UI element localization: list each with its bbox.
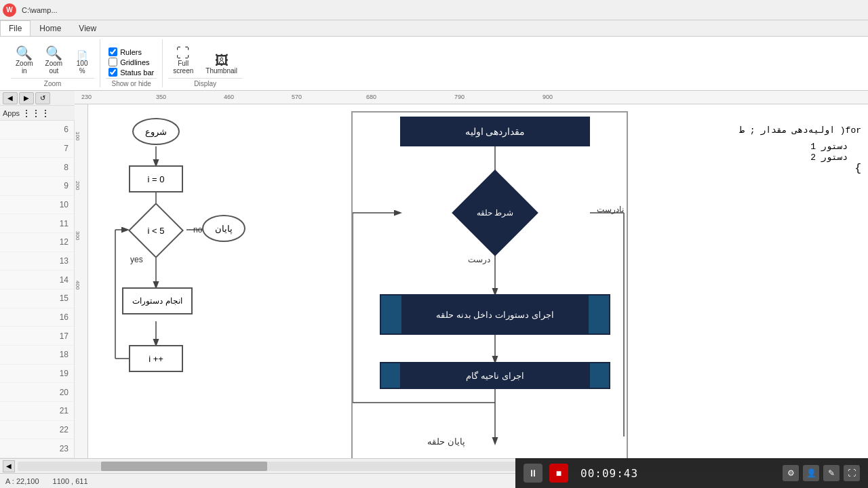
apps-label: Apps: [3, 109, 20, 117]
ribbon-tabs: File Home View: [0, 20, 868, 37]
video-icon-group: ⚙ 👤 ✎ ⛶: [783, 465, 860, 481]
rulers-checkbox[interactable]: [108, 47, 117, 56]
ribbon-group-display: ⛶ Full screen 🖼 Thumbnail Display: [163, 39, 248, 87]
zoom-out-icon: 🔍: [45, 46, 62, 60]
code-line-3: دستور 2: [712, 152, 848, 163]
scrollbar-thumb: [101, 462, 268, 471]
show-hide-checks: Rulers Gridlines Status bar: [106, 47, 157, 77]
fc-no-label: no: [193, 225, 202, 235]
ruler-mark-460: 460: [224, 94, 234, 100]
tab-home[interactable]: Home: [31, 20, 70, 36]
line-18: 18: [0, 346, 74, 365]
statusbar-checkbox[interactable]: [108, 68, 117, 77]
ruler-horizontal: 230 350 460 570 680 790 900: [75, 91, 868, 104]
video-settings-icon[interactable]: ⚙: [783, 465, 799, 481]
app-icon: W: [3, 3, 16, 17]
video-more-icon[interactable]: ✎: [823, 465, 840, 481]
line-21: 21: [0, 402, 74, 421]
scroll-left-button[interactable]: ◀: [3, 460, 15, 472]
line-14: 14: [0, 270, 74, 289]
code-brace: }: [712, 163, 861, 175]
left-sidebar: ◀ ▶ ↺ Apps ⋮⋮⋮ 6 7 8 9 10 11 12 13: [0, 91, 75, 458]
fc-init-rect: i = 0: [129, 165, 183, 192]
fc-right-init: مقداردهی اولیه: [400, 117, 590, 146]
gridlines-checkbox[interactable]: [108, 58, 117, 66]
line-23: 23: [0, 439, 74, 458]
fc-right-condition-wrapper: شرط حلقه: [402, 179, 588, 247]
line-17: 17: [0, 327, 74, 346]
statusbar-check[interactable]: Status bar: [108, 68, 154, 77]
ruler-mark-350: 350: [156, 94, 166, 100]
fc-yes-label: yes: [130, 255, 143, 264]
ruler-mark-570: 570: [292, 94, 302, 100]
line-10: 10: [0, 196, 74, 215]
ruler-mark-230: 230: [81, 94, 92, 100]
fc-right-step: اجرای ناحیه گام: [380, 362, 610, 389]
fc-condition-diamond: i < 5: [128, 203, 184, 258]
line-12: 12: [0, 233, 74, 252]
line-11: 11: [0, 214, 74, 233]
fullscreen-button[interactable]: ⛶ Full screen: [168, 44, 198, 77]
line-15: 15: [0, 289, 74, 308]
status-coords: 1100 , 611: [53, 477, 88, 485]
line-20: 20: [0, 383, 74, 402]
line-6: 6: [0, 121, 74, 140]
zoom-100-icon: 📄: [77, 51, 87, 60]
line-7: 7: [0, 140, 74, 159]
video-fullscreen-icon[interactable]: ⛶: [844, 465, 860, 481]
zoom-out-button[interactable]: 🔍 Zoom out: [41, 44, 68, 77]
zoom-in-button[interactable]: 🔍 Zoom in: [11, 44, 38, 77]
zoom-100-button[interactable]: 📄 100 %: [70, 49, 94, 77]
fc-instructions-rect: انجام دستورات: [122, 287, 193, 314]
line-22: 22: [0, 421, 74, 440]
canvas-content: شروع i = 0 i < 5 no yes پا: [88, 104, 868, 458]
fc-right-border-box: [351, 111, 628, 458]
video-user-icon[interactable]: 👤: [803, 465, 819, 481]
fc-increment-rect: i ++: [129, 345, 183, 372]
line-13: 13: [0, 252, 74, 271]
fc-start-oval: شروع: [132, 118, 180, 145]
title-bar: W C:\wamp...: [0, 0, 868, 20]
thumbnail-icon: 🖼: [215, 54, 229, 67]
line-19: 19: [0, 365, 74, 384]
line-8: 8: [0, 158, 74, 177]
reload-button[interactable]: ↺: [35, 92, 50, 104]
fc-right-body-wrapper: اجرای دستورات داخل بدنه حلقه: [380, 294, 610, 335]
video-pause-button[interactable]: ⏸: [524, 464, 542, 483]
fc-right-end: پایان حلقه: [427, 436, 465, 447]
video-time: 00:09:43: [580, 467, 638, 480]
line-numbers-panel: 6 7 8 9 10 11 12 13 14 15 16 17 18 19 20…: [0, 121, 75, 458]
fc-false-label: نادرست: [597, 205, 624, 214]
fc-true-label: درست: [468, 255, 490, 264]
line-9: 9: [0, 177, 74, 196]
gridlines-check[interactable]: Gridlines: [108, 58, 154, 66]
display-group-label: Display: [168, 78, 242, 87]
back-button[interactable]: ◀: [3, 92, 18, 104]
video-stop-button[interactable]: ■: [549, 464, 568, 483]
fullscreen-icon: ⛶: [176, 46, 190, 60]
rulers-check[interactable]: Rulers: [108, 47, 154, 56]
code-line-1: for( اولیه‌دهی مقدار ; ط: [712, 125, 861, 136]
nav-toolbar: ◀ ▶ ↺: [0, 91, 75, 106]
ribbon-group-show-hide: Rulers Gridlines Status bar Show or hide: [100, 39, 163, 87]
ruler-mark-680: 680: [366, 94, 376, 100]
tab-file[interactable]: File: [0, 20, 31, 36]
zoom-in-icon: 🔍: [16, 46, 33, 60]
code-line-2: دستور 1: [712, 141, 848, 152]
video-controls-bar: ⏸ ■ 00:09:43 ⚙ 👤 ✎ ⛶: [515, 458, 868, 488]
thumbnail-button[interactable]: 🖼 Thumbnail: [201, 52, 242, 77]
fc-condition-wrapper: i < 5: [130, 209, 182, 251]
canvas-area[interactable]: 230 350 460 570 680 790 900 100 200 300 …: [75, 91, 868, 458]
main-area: ◀ ▶ ↺ Apps ⋮⋮⋮ 6 7 8 9 10 11 12 13: [0, 91, 868, 458]
fc-right-body: اجرای دستورات داخل بدنه حلقه: [380, 294, 610, 335]
forward-button[interactable]: ▶: [19, 92, 34, 104]
zoom-group-label: Zoom: [11, 78, 94, 87]
ruler-vertical: 100 200 300 400: [75, 104, 88, 458]
title-bar-text: C:\wamp...: [22, 6, 58, 14]
show-hide-group-label: Show or hide: [106, 78, 157, 87]
ruler-mark-900: 900: [542, 94, 553, 100]
ruler-mark-790: 790: [454, 94, 465, 100]
apps-dots-icon: ⋮⋮⋮: [22, 108, 50, 119]
tab-view[interactable]: View: [70, 20, 105, 36]
ribbon: 🔍 Zoom in 🔍 Zoom out 📄 100 % Zoom: [0, 37, 868, 91]
